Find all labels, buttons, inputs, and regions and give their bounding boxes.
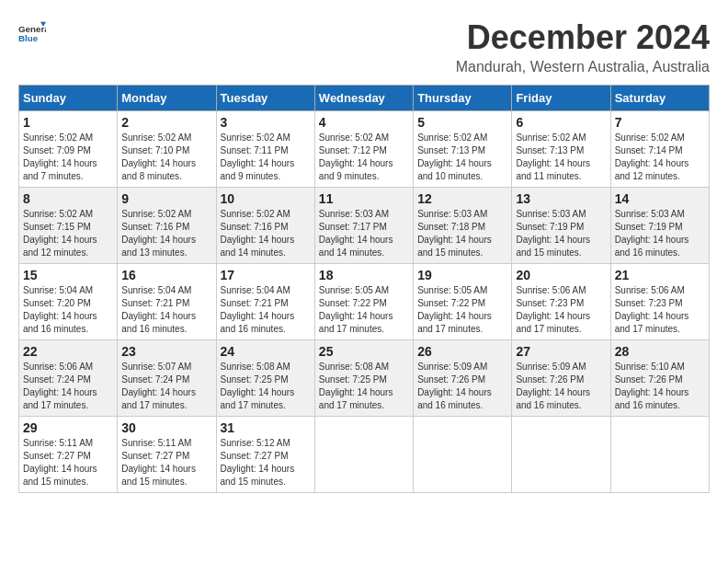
day-number: 30 <box>121 420 211 435</box>
calendar-cell: 16Sunrise: 5:04 AM Sunset: 7:21 PM Dayli… <box>118 264 216 340</box>
day-number: 18 <box>319 268 409 282</box>
calendar-cell: 2Sunrise: 5:02 AM Sunset: 7:10 PM Daylig… <box>118 111 216 188</box>
calendar-cell: 17Sunrise: 5:04 AM Sunset: 7:21 PM Dayli… <box>216 264 314 340</box>
day-number: 3 <box>221 115 311 130</box>
logo: General Blue <box>18 18 46 46</box>
column-header-thursday: Thursday <box>414 86 512 111</box>
day-number: 16 <box>121 268 211 282</box>
calendar-cell: 14Sunrise: 5:03 AM Sunset: 7:19 PM Dayli… <box>610 188 709 264</box>
calendar-cell: 21Sunrise: 5:06 AM Sunset: 7:23 PM Dayli… <box>610 264 709 340</box>
day-info: Sunrise: 5:06 AM Sunset: 7:23 PM Dayligh… <box>615 284 705 336</box>
subtitle: Mandurah, Western Australia, Australia <box>456 59 710 75</box>
calendar-cell: 31Sunrise: 5:12 AM Sunset: 7:27 PM Dayli… <box>216 417 314 493</box>
day-number: 2 <box>121 115 211 130</box>
day-info: Sunrise: 5:02 AM Sunset: 7:09 PM Dayligh… <box>23 132 113 183</box>
day-info: Sunrise: 5:04 AM Sunset: 7:21 PM Dayligh… <box>121 284 211 336</box>
day-number: 20 <box>516 268 606 282</box>
main-title: December 2024 <box>456 18 710 57</box>
calendar-cell: 23Sunrise: 5:07 AM Sunset: 7:24 PM Dayli… <box>118 340 216 417</box>
calendar-week-row: 22Sunrise: 5:06 AM Sunset: 7:24 PM Dayli… <box>19 340 710 417</box>
column-header-saturday: Saturday <box>610 86 709 111</box>
day-info: Sunrise: 5:02 AM Sunset: 7:13 PM Dayligh… <box>516 132 606 183</box>
day-info: Sunrise: 5:02 AM Sunset: 7:15 PM Dayligh… <box>23 208 113 259</box>
calendar-cell: 22Sunrise: 5:06 AM Sunset: 7:24 PM Dayli… <box>19 340 118 417</box>
day-number: 6 <box>516 115 606 130</box>
calendar-cell: 20Sunrise: 5:06 AM Sunset: 7:23 PM Dayli… <box>512 264 610 340</box>
day-number: 28 <box>615 344 705 359</box>
day-number: 24 <box>221 344 311 359</box>
day-info: Sunrise: 5:02 AM Sunset: 7:14 PM Dayligh… <box>615 132 705 183</box>
day-info: Sunrise: 5:03 AM Sunset: 7:19 PM Dayligh… <box>516 208 606 259</box>
day-number: 22 <box>23 344 113 359</box>
day-info: Sunrise: 5:02 AM Sunset: 7:12 PM Dayligh… <box>319 132 409 183</box>
day-number: 25 <box>319 344 409 359</box>
calendar-cell: 9Sunrise: 5:02 AM Sunset: 7:16 PM Daylig… <box>118 188 216 264</box>
calendar-cell: 27Sunrise: 5:09 AM Sunset: 7:26 PM Dayli… <box>512 340 610 417</box>
day-info: Sunrise: 5:02 AM Sunset: 7:10 PM Dayligh… <box>121 132 211 183</box>
day-info: Sunrise: 5:04 AM Sunset: 7:20 PM Dayligh… <box>23 284 113 336</box>
day-info: Sunrise: 5:03 AM Sunset: 7:19 PM Dayligh… <box>615 208 705 259</box>
day-number: 21 <box>615 268 705 282</box>
calendar-week-row: 1Sunrise: 5:02 AM Sunset: 7:09 PM Daylig… <box>19 111 710 188</box>
day-number: 15 <box>23 268 113 282</box>
day-number: 4 <box>319 115 409 130</box>
day-number: 13 <box>516 191 606 206</box>
day-info: Sunrise: 5:05 AM Sunset: 7:22 PM Dayligh… <box>417 284 507 336</box>
day-info: Sunrise: 5:09 AM Sunset: 7:26 PM Dayligh… <box>417 361 507 412</box>
calendar-cell: 4Sunrise: 5:02 AM Sunset: 7:12 PM Daylig… <box>314 111 413 188</box>
day-info: Sunrise: 5:03 AM Sunset: 7:17 PM Dayligh… <box>319 208 409 259</box>
calendar-cell: 7Sunrise: 5:02 AM Sunset: 7:14 PM Daylig… <box>610 111 709 188</box>
day-number: 19 <box>417 268 507 282</box>
day-info: Sunrise: 5:06 AM Sunset: 7:24 PM Dayligh… <box>23 361 113 412</box>
calendar-cell: 5Sunrise: 5:02 AM Sunset: 7:13 PM Daylig… <box>414 111 512 188</box>
calendar-cell: 1Sunrise: 5:02 AM Sunset: 7:09 PM Daylig… <box>19 111 118 188</box>
calendar-cell: 10Sunrise: 5:02 AM Sunset: 7:16 PM Dayli… <box>216 188 314 264</box>
day-info: Sunrise: 5:02 AM Sunset: 7:11 PM Dayligh… <box>221 132 311 183</box>
calendar-cell: 24Sunrise: 5:08 AM Sunset: 7:25 PM Dayli… <box>216 340 314 417</box>
day-info: Sunrise: 5:11 AM Sunset: 7:27 PM Dayligh… <box>121 437 211 488</box>
day-info: Sunrise: 5:12 AM Sunset: 7:27 PM Dayligh… <box>221 437 311 488</box>
header: General Blue December 2024 Mandurah, Wes… <box>18 18 710 75</box>
day-info: Sunrise: 5:10 AM Sunset: 7:26 PM Dayligh… <box>615 361 705 412</box>
calendar-cell <box>414 417 512 493</box>
calendar-cell: 28Sunrise: 5:10 AM Sunset: 7:26 PM Dayli… <box>610 340 709 417</box>
calendar-cell: 30Sunrise: 5:11 AM Sunset: 7:27 PM Dayli… <box>118 417 216 493</box>
day-number: 1 <box>23 115 113 130</box>
day-number: 23 <box>121 344 211 359</box>
calendar-cell: 19Sunrise: 5:05 AM Sunset: 7:22 PM Dayli… <box>414 264 512 340</box>
calendar-cell: 25Sunrise: 5:08 AM Sunset: 7:25 PM Dayli… <box>314 340 413 417</box>
calendar-header-row: SundayMondayTuesdayWednesdayThursdayFrid… <box>19 86 710 111</box>
svg-text:Blue: Blue <box>18 33 39 43</box>
day-number: 11 <box>319 191 409 206</box>
day-number: 29 <box>23 420 113 435</box>
day-number: 14 <box>615 191 705 206</box>
calendar-cell: 8Sunrise: 5:02 AM Sunset: 7:15 PM Daylig… <box>19 188 118 264</box>
calendar-cell: 13Sunrise: 5:03 AM Sunset: 7:19 PM Dayli… <box>512 188 610 264</box>
calendar-week-row: 8Sunrise: 5:02 AM Sunset: 7:15 PM Daylig… <box>19 188 710 264</box>
day-number: 12 <box>417 191 507 206</box>
calendar-week-row: 15Sunrise: 5:04 AM Sunset: 7:20 PM Dayli… <box>19 264 710 340</box>
day-info: Sunrise: 5:02 AM Sunset: 7:13 PM Dayligh… <box>417 132 507 183</box>
day-info: Sunrise: 5:02 AM Sunset: 7:16 PM Dayligh… <box>121 208 211 259</box>
column-header-tuesday: Tuesday <box>216 86 314 111</box>
calendar-cell: 11Sunrise: 5:03 AM Sunset: 7:17 PM Dayli… <box>314 188 413 264</box>
day-info: Sunrise: 5:04 AM Sunset: 7:21 PM Dayligh… <box>221 284 311 336</box>
day-info: Sunrise: 5:07 AM Sunset: 7:24 PM Dayligh… <box>121 361 211 412</box>
day-info: Sunrise: 5:11 AM Sunset: 7:27 PM Dayligh… <box>23 437 113 488</box>
calendar-cell: 3Sunrise: 5:02 AM Sunset: 7:11 PM Daylig… <box>216 111 314 188</box>
day-number: 10 <box>221 191 311 206</box>
day-number: 26 <box>417 344 507 359</box>
column-header-friday: Friday <box>512 86 610 111</box>
logo-icon: General Blue <box>18 18 46 46</box>
calendar-cell <box>512 417 610 493</box>
column-header-monday: Monday <box>118 86 216 111</box>
day-info: Sunrise: 5:09 AM Sunset: 7:26 PM Dayligh… <box>516 361 606 412</box>
day-number: 8 <box>23 191 113 206</box>
column-header-wednesday: Wednesday <box>314 86 413 111</box>
day-number: 7 <box>615 115 705 130</box>
day-info: Sunrise: 5:08 AM Sunset: 7:25 PM Dayligh… <box>221 361 311 412</box>
day-info: Sunrise: 5:03 AM Sunset: 7:18 PM Dayligh… <box>417 208 507 259</box>
day-info: Sunrise: 5:02 AM Sunset: 7:16 PM Dayligh… <box>221 208 311 259</box>
calendar-cell: 12Sunrise: 5:03 AM Sunset: 7:18 PM Dayli… <box>414 188 512 264</box>
calendar-cell <box>314 417 413 493</box>
